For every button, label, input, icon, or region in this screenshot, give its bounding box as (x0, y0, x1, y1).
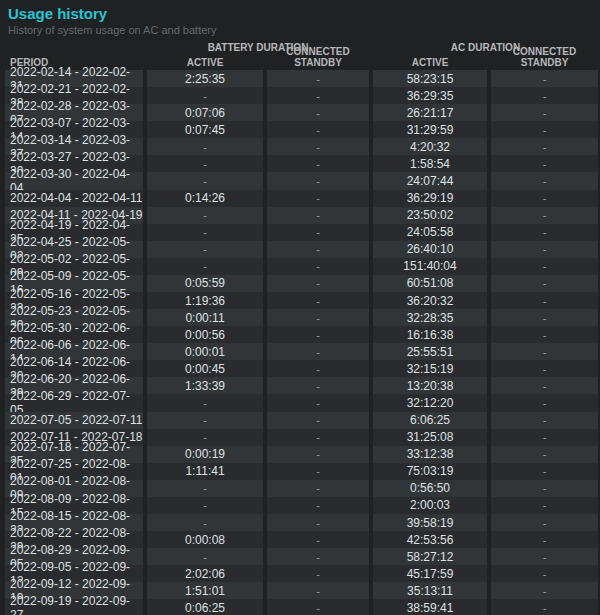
ac-active-cell: 16:16:38 (373, 326, 487, 343)
battery-active-cell: - (147, 514, 263, 531)
battery-connected-standby-cell: - (267, 326, 369, 343)
battery-active-cell: 0:07:45 (147, 121, 263, 138)
battery-connected-standby-cell: - (267, 514, 369, 531)
battery-connected-standby-cell: - (267, 87, 369, 104)
period-cell: 2022-06-29 - 2022-07-05 (5, 394, 143, 411)
ac-active-cell: 42:53:56 (373, 531, 487, 548)
battery-active-cell: 0:05:59 (147, 275, 263, 292)
battery-connected-standby-cell: - (267, 172, 369, 189)
ac-active-cell: 58:23:15 (373, 70, 487, 87)
battery-active-cell: - (147, 412, 263, 429)
battery-connected-standby-cell: - (267, 480, 369, 497)
ac-connected-standby-cell: - (491, 531, 598, 548)
column-header-battery-active: ACTIVE (147, 57, 263, 68)
battery-connected-standby-cell: - (267, 224, 369, 241)
battery-connected-standby-cell: - (267, 70, 369, 87)
ac-active-cell: 24:05:58 (373, 224, 487, 241)
ac-active-cell: 26:40:10 (373, 241, 487, 258)
battery-connected-standby-cell: - (267, 343, 369, 360)
ac-connected-standby-cell: - (491, 87, 598, 104)
battery-connected-standby-cell: - (267, 412, 369, 429)
battery-active-cell: 1:11:41 (147, 463, 263, 480)
battery-connected-standby-cell: - (267, 429, 369, 446)
battery-active-cell: - (147, 258, 263, 275)
page-subtitle: History of system usage on AC and batter… (8, 24, 600, 36)
ac-connected-standby-cell: - (491, 360, 598, 377)
ac-active-cell: 32:12:20 (373, 394, 487, 411)
battery-connected-standby-cell: - (267, 292, 369, 309)
table-row: 2022-09-19 - 2022-09-270:06:25-38:59:41- (5, 599, 598, 615)
battery-connected-standby-cell: - (267, 138, 369, 155)
ac-connected-standby-cell: - (491, 224, 598, 241)
ac-active-cell: 32:15:19 (373, 360, 487, 377)
battery-active-cell: - (147, 429, 263, 446)
ac-connected-standby-cell: - (491, 155, 598, 172)
battery-active-cell: - (147, 207, 263, 224)
ac-active-cell: 25:55:51 (373, 343, 487, 360)
ac-connected-standby-cell: - (491, 190, 598, 207)
group-header-spacer (5, 42, 143, 55)
battery-active-cell: - (147, 224, 263, 241)
ac-connected-standby-cell: - (491, 548, 598, 565)
ac-active-cell: 33:12:38 (373, 446, 487, 463)
usage-history-table: BATTERY DURATION AC DURATION PERIOD ACTI… (5, 42, 598, 615)
ac-active-cell: 2:00:03 (373, 497, 487, 514)
ac-active-cell: 1:58:54 (373, 155, 487, 172)
table-row: 2022-03-30 - 2022-04-04--24:07:44- (5, 172, 598, 189)
ac-connected-standby-cell: - (491, 446, 598, 463)
battery-active-cell: - (147, 87, 263, 104)
battery-active-cell: 1:33:39 (147, 377, 263, 394)
battery-connected-standby-cell: - (267, 531, 369, 548)
battery-active-cell: - (147, 172, 263, 189)
battery-active-cell: - (147, 138, 263, 155)
battery-connected-standby-cell: - (267, 155, 369, 172)
battery-connected-standby-cell: - (267, 258, 369, 275)
ac-connected-standby-cell: - (491, 412, 598, 429)
ac-active-cell: 31:25:08 (373, 429, 487, 446)
battery-connected-standby-cell: - (267, 497, 369, 514)
battery-connected-standby-cell: - (267, 241, 369, 258)
battery-active-cell: 0:07:06 (147, 104, 263, 121)
ac-connected-standby-cell: - (491, 480, 598, 497)
ac-active-cell: 31:29:59 (373, 121, 487, 138)
ac-active-cell: 4:20:32 (373, 138, 487, 155)
ac-connected-standby-cell: - (491, 497, 598, 514)
ac-connected-standby-cell: - (491, 463, 598, 480)
ac-active-cell: 35:13:11 (373, 582, 487, 599)
ac-active-cell: 75:03:19 (373, 463, 487, 480)
ac-connected-standby-cell: - (491, 514, 598, 531)
ac-active-cell: 26:21:17 (373, 104, 487, 121)
column-header-battery-connected-standby: CONNECTED STANDBY (267, 46, 369, 68)
ac-connected-standby-cell: - (491, 377, 598, 394)
battery-active-cell: - (147, 241, 263, 258)
battery-connected-standby-cell: - (267, 207, 369, 224)
period-cell: 2022-07-05 - 2022-07-11 (5, 412, 143, 429)
ac-connected-standby-cell: - (491, 582, 598, 599)
ac-active-cell: 36:29:19 (373, 190, 487, 207)
battery-active-cell: - (147, 394, 263, 411)
battery-connected-standby-cell: - (267, 275, 369, 292)
column-header-ac-active: ACTIVE (373, 57, 487, 68)
battery-connected-standby-cell: - (267, 360, 369, 377)
table-row: 2022-04-04 - 2022-04-110:14:26-36:29:19- (5, 190, 598, 207)
ac-active-cell: 36:20:32 (373, 292, 487, 309)
ac-connected-standby-cell: - (491, 326, 598, 343)
table-row: 2022-07-05 - 2022-07-11--6:06:25- (5, 412, 598, 429)
ac-active-cell: 39:58:19 (373, 514, 487, 531)
battery-connected-standby-cell: - (267, 599, 369, 615)
ac-active-cell: 38:59:41 (373, 599, 487, 615)
ac-active-cell: 58:27:12 (373, 548, 487, 565)
table-row: 2022-06-29 - 2022-07-05--32:12:20- (5, 394, 598, 411)
ac-connected-standby-cell: - (491, 258, 598, 275)
ac-connected-standby-cell: - (491, 394, 598, 411)
battery-active-cell: 2:25:35 (147, 70, 263, 87)
ac-connected-standby-cell: - (491, 343, 598, 360)
battery-active-cell: 0:00:45 (147, 360, 263, 377)
battery-active-cell: - (147, 155, 263, 172)
battery-connected-standby-cell: - (267, 121, 369, 138)
battery-connected-standby-cell: - (267, 309, 369, 326)
ac-active-cell: 32:28:35 (373, 309, 487, 326)
battery-active-cell: - (147, 548, 263, 565)
ac-connected-standby-cell: - (491, 241, 598, 258)
battery-connected-standby-cell: - (267, 190, 369, 207)
